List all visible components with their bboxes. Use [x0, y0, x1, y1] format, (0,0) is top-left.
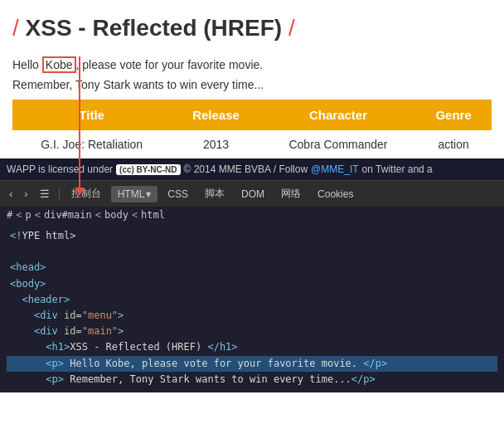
cell-title: G.I. Joe: Retaliation: [12, 130, 171, 158]
cell-genre: action: [415, 130, 492, 158]
table-header: Title Release Character Genre: [12, 100, 492, 130]
greeting-prefix: Hello: [12, 58, 42, 71]
col-character: Character: [261, 100, 415, 130]
breadcrumb-p[interactable]: p: [25, 209, 31, 221]
table-body: G.I. Joe: Retaliation 2013 Cobra Command…: [12, 130, 492, 158]
back-button[interactable]: ‹: [5, 186, 17, 202]
cc-badge: (cc) BY-NC-ND: [116, 164, 180, 175]
breadcrumb-sep-3: <: [95, 209, 101, 221]
col-genre: Genre: [415, 100, 492, 130]
movie-table: Title Release Character Genre G.I. Joe: …: [12, 100, 492, 158]
network-tab[interactable]: 网络: [274, 184, 308, 203]
breadcrumb-body[interactable]: body: [104, 209, 128, 221]
source-line-4: <body>: [7, 276, 497, 292]
source-line-8: <h1>XSS - Reflected (HREF) </h1>: [7, 339, 497, 355]
breadcrumb-bar: # < p < div#main < body < html: [0, 207, 504, 223]
toolbar-separator: [59, 188, 60, 201]
remember-text: Remember, Tony Stark wants to win every …: [12, 78, 492, 91]
console-tab[interactable]: 控制台: [65, 184, 108, 203]
slash-right: /: [288, 15, 295, 41]
html-tab-label: HTML: [118, 188, 145, 200]
license-bar: WAPP is licensed under (cc) BY-NC-ND © 2…: [0, 158, 504, 180]
breadcrumb-sep-4: <: [132, 209, 138, 221]
table-header-row: Title Release Character Genre: [12, 100, 492, 130]
breadcrumb-sep-1: <: [16, 209, 22, 221]
slash-left: /: [12, 15, 19, 41]
kobe-name: Kobe: [42, 56, 76, 73]
greeting-text: Hello Kobe, please vote for your favorit…: [12, 56, 492, 74]
breadcrumb-html[interactable]: html: [141, 209, 165, 221]
html-source-panel: <!YPE html> <head> <body> <header> <div …: [0, 223, 504, 392]
source-line-3: <head>: [7, 260, 497, 275]
cell-release: 2013: [171, 130, 260, 158]
breadcrumb-divmain[interactable]: div#main: [44, 209, 92, 221]
source-line-7: <div id="main">: [7, 324, 497, 339]
twitter-link[interactable]: @MME_IT: [311, 163, 359, 175]
breadcrumb-hash[interactable]: #: [7, 209, 12, 221]
greeting-suffix: , please vote for your favorite movie.: [76, 58, 264, 71]
cell-character: Cobra Commander: [261, 130, 415, 158]
forward-button[interactable]: ›: [20, 186, 32, 202]
license-text-middle: © 2014 MME BVBA / Follow: [184, 163, 308, 175]
col-title: Title: [12, 100, 171, 130]
script-tab[interactable]: 脚本: [198, 184, 231, 203]
col-release: Release: [171, 100, 260, 130]
source-line-10: <p> Remember, Tony Stark wants to win ev…: [7, 372, 497, 387]
element-picker-button[interactable]: ☰: [36, 186, 54, 202]
cookies-tab[interactable]: Cookies: [311, 186, 360, 202]
page-title: / XSS - Reflected (HREF) /: [12, 8, 492, 50]
source-line-5: <header>: [7, 292, 497, 308]
license-text-before: WAPP is licensed under: [7, 163, 113, 175]
table-row: G.I. Joe: Retaliation 2013 Cobra Command…: [12, 130, 492, 158]
license-text-after: on Twitter and a: [362, 163, 433, 175]
red-arrow-indicator: [79, 56, 80, 189]
dom-tab[interactable]: DOM: [235, 186, 271, 202]
html-tab[interactable]: HTML ▾: [111, 186, 158, 202]
source-line-9: <p> Hello Kobe, please vote for your fav…: [7, 356, 497, 372]
source-line-6: <div id="menu">: [7, 308, 497, 324]
html-dropdown-arrow: ▾: [146, 188, 151, 200]
webpage-content: / XSS - Reflected (HREF) / Hello Kobe, p…: [0, 0, 504, 158]
source-line-2: [7, 244, 497, 260]
css-tab[interactable]: CSS: [161, 186, 195, 202]
title-text: XSS - Reflected (HREF): [26, 15, 288, 41]
source-line-1: <!YPE html>: [7, 228, 497, 244]
breadcrumb-sep-2: <: [35, 209, 41, 221]
